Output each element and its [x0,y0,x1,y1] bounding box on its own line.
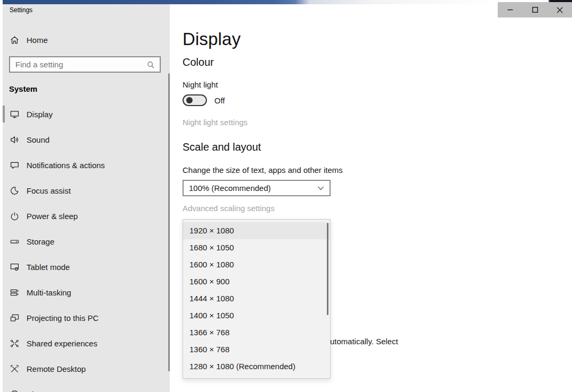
scaling-select[interactable]: 100% (Recommended) [183,180,331,196]
dropdown-scrollbar[interactable] [327,223,328,315]
minimize-button[interactable] [498,2,523,18]
sidebar-item-notifications[interactable]: Notifications & actions [3,156,170,173]
sidebar-item-label: Sound [27,135,49,144]
sidebar-item-home[interactable]: Home [3,31,170,48]
shared-experiences-icon [10,338,20,349]
search-icon [146,60,155,69]
resolution-option[interactable]: 1400 × 1050 [183,307,330,324]
sidebar-section-title: System [9,84,37,93]
sidebar-item-tablet-mode[interactable]: Tablet mode [3,258,170,275]
sidebar-item-shared-experiences[interactable]: Shared experiences [3,335,170,352]
sidebar-item-label: Home [27,36,48,45]
focus-assist-icon [10,186,20,196]
about-icon [10,389,20,392]
sidebar-item-label: About [27,390,47,392]
tablet-mode-icon [10,262,20,272]
resolution-dropdown: 1920 × 1080 1680 × 1050 1600 × 1080 1600… [183,219,331,379]
sidebar-item-label: Focus assist [27,186,71,195]
search-input[interactable] [10,60,146,69]
advanced-scaling-settings-link: Advanced scaling settings [183,204,274,213]
sidebar-item-sound[interactable]: Sound [3,131,170,148]
titlebar-accent-strip [3,0,498,4]
app-title: Settings [10,6,32,14]
maximize-button[interactable] [523,2,548,18]
sidebar-item-label: Projecting to this PC [27,313,99,323]
sidebar-item-label: Tablet mode [27,263,70,272]
sidebar-item-display[interactable]: Display [3,106,170,123]
scale-section-title: Scale and layout [183,141,261,153]
resolution-option[interactable]: 1360 × 768 [183,341,330,358]
sidebar-item-label: Notifications & actions [27,161,105,170]
night-light-state: Off [214,96,225,105]
chevron-down-icon [317,185,324,191]
colour-section-title: Colour [183,56,214,68]
sidebar-item-label: Remote Desktop [27,364,86,373]
projecting-icon [10,313,20,323]
resolution-option[interactable]: 1680 × 1050 [183,239,330,256]
resolution-option[interactable]: 1600 × 900 [183,273,330,290]
sidebar-item-multi-tasking[interactable]: Multi-tasking [3,284,170,301]
resolution-option[interactable]: 1280 × 1080 (Recommended) [183,358,330,375]
notifications-icon [10,160,20,170]
sidebar-item-label: Storage [27,237,55,246]
occluded-background-text: utomatically. Select [330,337,398,346]
night-light-label: Night light [183,80,218,89]
page-title: Display [183,29,241,49]
sidebar-item-focus-assist[interactable]: Focus assist [3,182,170,199]
sidebar-item-label: Shared experiences [27,339,97,348]
maximize-icon [532,7,538,13]
resolution-option[interactable]: 1920 × 1080 [183,222,330,239]
power-icon [10,211,20,221]
display-icon [10,109,20,119]
sidebar: Settings Home System Display Sound Notif… [3,4,170,392]
scaling-select-value: 100% (Recommended) [184,184,317,193]
sound-icon [10,135,20,145]
sidebar-item-power-sleep[interactable]: Power & sleep [3,207,170,224]
sidebar-item-label: Multi-tasking [27,288,71,297]
resolution-option[interactable]: 1444 × 1080 [183,290,330,307]
sidebar-item-storage[interactable]: Storage [3,233,170,250]
multi-tasking-icon [10,288,20,298]
sidebar-scrollbar[interactable] [168,73,170,371]
search-box[interactable] [9,56,161,73]
minimize-icon [507,7,513,13]
toggle-knob [186,97,193,103]
resolution-option[interactable]: 1600 × 1080 [183,256,330,273]
home-icon [10,35,20,45]
sidebar-item-projecting[interactable]: Projecting to this PC [3,309,170,326]
scaling-label: Change the size of text, apps and other … [183,165,343,175]
sidebar-item-about[interactable]: About [3,386,170,392]
close-icon [557,7,563,13]
sidebar-item-remote-desktop[interactable]: Remote Desktop [3,360,170,377]
resolution-option[interactable]: 1366 × 768 [183,324,330,341]
close-button[interactable] [547,2,572,18]
night-light-toggle[interactable] [183,94,207,106]
window-controls [498,2,572,18]
sidebar-item-label: Power & sleep [27,212,78,221]
storage-icon [10,237,20,247]
remote-desktop-icon [10,364,20,374]
night-light-settings-link: Night light settings [183,118,248,127]
sidebar-item-label: Display [27,110,53,119]
